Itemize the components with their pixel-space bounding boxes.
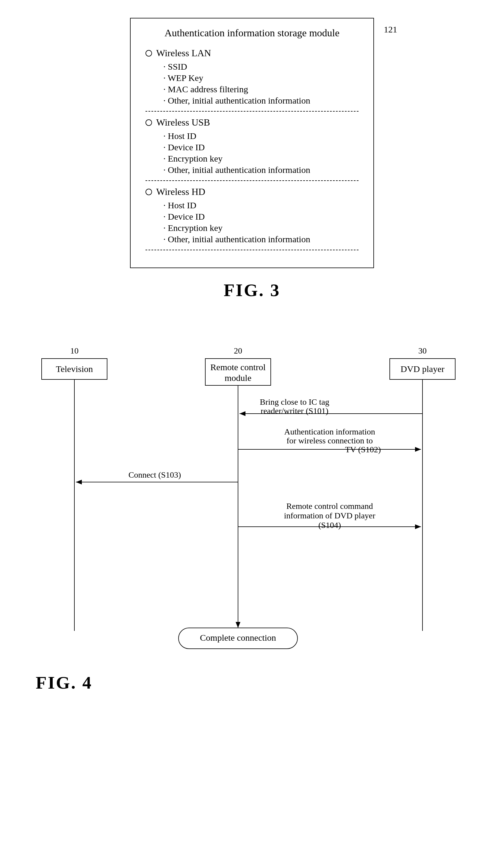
list-item: Device ID [163,142,359,152]
wireless-lan-label: Wireless LAN [145,48,359,59]
msg3-arrowhead [76,480,82,485]
list-item: MAC address filtering [163,84,359,94]
msg2-text-3: TV (S102) [345,445,381,454]
wireless-lan-items: SSID WEP Key MAC address filtering Other… [145,61,359,106]
actor-ref-dvd: 30 [418,346,427,355]
module-ref-number: 121 [384,24,397,35]
tv-label: Television [56,364,93,374]
list-item: Host ID [163,200,359,211]
msg1-arrowhead [239,411,246,416]
msg4-text-2: information of DVD player [284,511,376,520]
divider-1 [145,111,359,112]
complete-connection-text: Complete connection [200,633,276,643]
list-item: Encryption key [163,153,359,164]
list-item: Encryption key [163,223,359,233]
msg1-text-2: reader/writer (S101) [260,406,328,415]
msg3-text: Connect (S103) [128,470,181,480]
wireless-usb-items: Host ID Device ID Encryption key Other, … [145,131,359,175]
circle-icon-whd [145,189,152,195]
msg2-text-1: Authentication information [284,427,375,436]
actor-ref-remote: 20 [234,346,242,355]
wireless-hd-items: Host ID Device ID Encryption key Other, … [145,200,359,244]
fig4-diagram: 10 20 30 Television Remote control modul… [36,342,504,670]
circle-icon-wlan [145,50,152,56]
msg2-text-2: for wireless connection to [287,436,373,445]
list-item: Other, initial authentication informatio… [163,234,359,244]
fig3-section: Authentication information storage modul… [24,18,480,319]
msg2-arrowhead [415,447,421,452]
msg4-arrowhead [415,524,421,529]
list-item: Other, initial authentication informatio… [163,165,359,175]
actor-ref-tv: 10 [70,346,78,355]
circle-icon-wusb [145,119,152,126]
fig4-section: 10 20 30 Television Remote control modul… [24,342,480,693]
divider-2 [145,180,359,181]
list-item: Host ID [163,131,359,141]
fig3-label: FIG. 3 [224,280,281,301]
complete-arrow-head [236,622,240,628]
fig4-label: FIG. 4 [36,672,92,693]
list-item: WEP Key [163,73,359,83]
list-item: Device ID [163,212,359,222]
msg1-text-1: Bring close to IC tag [260,397,329,407]
divider-3 [145,250,359,250]
remote-label-1: Remote control [210,362,266,372]
msg4-text-3: (S104) [318,521,341,530]
wireless-usb-label: Wireless USB [145,117,359,128]
wireless-hd-label: Wireless HD [145,186,359,197]
msg4-text-1: Remote control command [287,502,373,511]
list-item: Other, initial authentication informatio… [163,95,359,106]
list-item: SSID [163,61,359,72]
module-title: Authentication information storage modul… [145,28,359,39]
module-box: Authentication information storage modul… [130,18,374,268]
remote-label-2: module [224,373,251,383]
dvd-label: DVD player [400,364,444,374]
